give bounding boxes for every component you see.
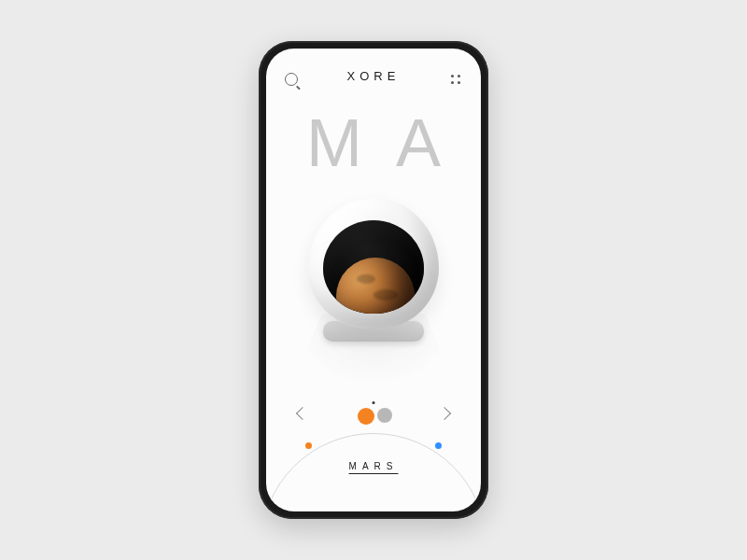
selector-dot-tiny xyxy=(373,401,375,404)
orbit-dot-left[interactable] xyxy=(305,442,312,449)
selector-dot-neighbor[interactable] xyxy=(377,408,392,423)
selector-dot-current[interactable] xyxy=(358,408,374,425)
screen: XORE MA MARS xyxy=(266,49,481,511)
mars-reflection xyxy=(336,258,415,314)
current-planet-label[interactable]: MARS xyxy=(266,461,481,471)
phone-frame: XORE MA MARS xyxy=(259,41,488,519)
helmet-visor xyxy=(323,220,424,314)
prev-planet-button[interactable] xyxy=(296,407,309,420)
next-planet-button[interactable] xyxy=(438,407,451,420)
orbit-arc xyxy=(266,433,481,511)
orbit-dot-right[interactable] xyxy=(435,442,442,449)
app-header: XORE xyxy=(266,69,481,91)
menu-icon[interactable] xyxy=(449,73,462,86)
planet-selector: MARS xyxy=(266,383,481,495)
hero-background-type: MA xyxy=(266,105,481,181)
hero-helmet-illustration xyxy=(299,198,448,366)
